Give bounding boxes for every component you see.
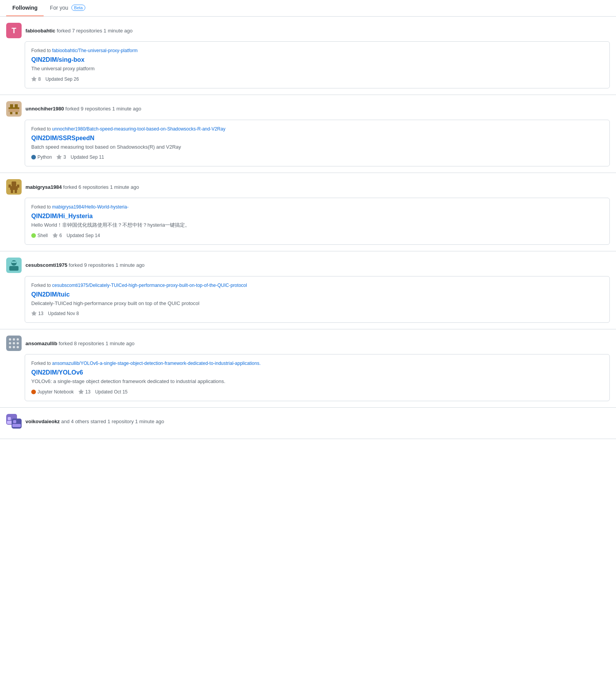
activity-meta: voikovdaieokz and 4 others starred 1 rep…: [25, 419, 164, 424]
lang-name: Python: [37, 154, 52, 160]
activity-block: ansomazullib forked 8 repositories 1 min…: [0, 329, 616, 408]
activity-feed: T fabioobahtic forked 7 repositories 1 m…: [0, 17, 616, 439]
activity-action: forked 9 repositories: [69, 262, 114, 268]
svg-rect-35: [12, 424, 21, 427]
forked-from-link[interactable]: unnochiher1980/Batch-speed-measuring-too…: [52, 126, 225, 132]
svg-point-24: [9, 342, 11, 344]
activity-action: forked 6 repositories: [63, 184, 109, 190]
forked-from: Forked to mabigrysa1984/Hello-World-hyst…: [31, 204, 603, 210]
activity-block: T fabioobahtic forked 7 repositories 1 m…: [0, 17, 616, 95]
repo-language: Shell: [31, 233, 48, 238]
repo-name-link[interactable]: QIN2DIM/tuic: [31, 291, 70, 298]
activity-time: 1 minute ago: [110, 184, 139, 190]
repo-meta-row: Jupyter Notebook13Updated Oct 15: [31, 389, 603, 395]
repo-name-link[interactable]: QIN2DIM/YOLOv6: [31, 369, 83, 376]
repo-stars[interactable]: 13: [78, 389, 90, 395]
avatar: [6, 101, 22, 117]
svg-point-25: [13, 342, 15, 344]
repo-updated: Updated Sep 26: [46, 76, 79, 82]
username-link[interactable]: ansomazullib: [25, 341, 57, 346]
repo-card: Forked to fabioobahtic/The-universal-pro…: [25, 41, 610, 88]
forked-from: Forked to cesubscomti1975/Delicately-TUI…: [31, 283, 603, 288]
repo-card: Forked to cesubscomti1975/Delicately-TUI…: [25, 276, 610, 323]
svg-point-23: [17, 338, 19, 341]
beta-badge: Beta: [71, 5, 86, 11]
repo-name-link[interactable]: QIN2DIM/Hi_Hysteria: [31, 213, 93, 220]
forked-from-link[interactable]: ansomazullib/YOLOv6-a-single-stage-objec…: [52, 361, 261, 366]
forked-from: Forked to fabioobahtic/The-universal-pro…: [31, 48, 603, 53]
forked-from-link[interactable]: fabioobahtic/The-universal-proxy-platfor…: [52, 48, 137, 53]
username-link[interactable]: cesubscomti1975: [25, 262, 67, 268]
activity-time: 1 minute ago: [115, 262, 144, 268]
tab-for-you[interactable]: For you Beta: [44, 0, 91, 16]
forked-from-link[interactable]: mabigrysa1984/Hello-World-hysteria-: [52, 204, 129, 210]
repo-stars[interactable]: 3: [56, 154, 66, 160]
lang-dot: [31, 390, 36, 394]
activity-header: mabigrysa1984 forked 6 repositories 1 mi…: [0, 179, 616, 195]
svg-rect-13: [17, 185, 19, 188]
svg-point-21: [9, 338, 11, 341]
tab-following[interactable]: Following: [6, 0, 44, 16]
avatar: [6, 414, 22, 429]
forked-from-link[interactable]: cesubscomti1975/Delicately-TUICed-high-p…: [52, 283, 247, 288]
repo-description: Batch speed measuring tool based on Shad…: [31, 143, 603, 151]
svg-rect-5: [8, 107, 19, 109]
repo-meta-row: 13Updated Nov 8: [31, 311, 603, 316]
activity-header: ansomazullib forked 8 repositories 1 min…: [0, 336, 616, 351]
tab-following-label: Following: [12, 5, 37, 11]
repo-stars[interactable]: 8: [31, 76, 41, 82]
repo-updated: Updated Nov 8: [48, 311, 79, 316]
star-icon: [56, 154, 62, 160]
activity-block: mabigrysa1984 forked 6 repositories 1 mi…: [0, 173, 616, 251]
svg-rect-31: [8, 417, 11, 420]
avatar: [6, 336, 22, 351]
repo-description: Hello World！非钟国优化线路使用不佳？不想中转？hysteria一键搞…: [31, 221, 603, 229]
star-icon: [78, 389, 84, 395]
star-count: 3: [63, 154, 66, 160]
svg-text:T: T: [12, 26, 16, 35]
activity-meta: unnochiher1980 forked 9 repositories 1 m…: [25, 106, 141, 112]
repo-card: Forked to mabigrysa1984/Hello-World-hyst…: [25, 198, 610, 245]
username-link[interactable]: voikovdaieokz: [25, 419, 60, 424]
activity-meta: ansomazullib forked 8 repositories 1 min…: [25, 341, 135, 346]
username-link[interactable]: unnochiher1980: [25, 106, 64, 112]
repo-meta-row: Python3Updated Sep 11: [31, 154, 603, 160]
star-count: 13: [38, 311, 43, 316]
svg-point-27: [9, 346, 11, 348]
forked-from: Forked to unnochiher1980/Batch-speed-mea…: [31, 126, 603, 132]
activity-header: unnochiher1980 forked 9 repositories 1 m…: [0, 101, 616, 117]
activity-block: voikovdaieokz and 4 others starred 1 rep…: [0, 408, 616, 439]
repo-language: Python: [31, 154, 52, 160]
svg-rect-6: [8, 109, 19, 112]
svg-point-28: [13, 346, 15, 348]
lang-name: Shell: [37, 233, 48, 238]
username-link[interactable]: mabigrysa1984: [25, 184, 62, 190]
avatar: T: [6, 23, 22, 38]
repo-name-link[interactable]: QIN2DIM/sing-box: [31, 56, 85, 63]
activity-time: 1 minute ago: [112, 106, 141, 112]
svg-point-26: [17, 342, 19, 344]
activity-header: cesubscomti1975 forked 9 repositories 1 …: [0, 258, 616, 273]
username-link[interactable]: fabioobahtic: [25, 28, 55, 34]
repo-stars[interactable]: 6: [52, 233, 62, 238]
activity-header: voikovdaieokz and 4 others starred 1 rep…: [0, 414, 616, 429]
star-count: 8: [38, 76, 41, 82]
repo-description: Delicately-TUICed high-performance proxy…: [31, 300, 603, 307]
star-icon: [52, 233, 58, 238]
repo-description: YOLOv6: a single-stage object detection …: [31, 378, 603, 385]
activity-action: and 4 others starred 1 repository: [61, 419, 134, 424]
svg-rect-4: [15, 104, 18, 107]
repo-card: Forked to unnochiher1980/Batch-speed-mea…: [25, 120, 610, 167]
forked-from: Forked to ansomazullib/YOLOv6-a-single-s…: [31, 361, 603, 366]
lang-dot: [31, 155, 36, 159]
svg-rect-10: [12, 181, 16, 186]
svg-rect-19: [12, 261, 16, 263]
activity-time: 1 minute ago: [105, 341, 134, 346]
star-icon: [31, 76, 37, 82]
svg-rect-18: [9, 266, 19, 271]
repo-name-link[interactable]: QIN2DIM/SSRSpeedN: [31, 135, 95, 142]
tab-for-you-label: For you: [50, 5, 68, 11]
activity-block: unnochiher1980 forked 9 repositories 1 m…: [0, 95, 616, 173]
repo-stars[interactable]: 13: [31, 311, 43, 316]
svg-rect-34: [13, 420, 16, 423]
